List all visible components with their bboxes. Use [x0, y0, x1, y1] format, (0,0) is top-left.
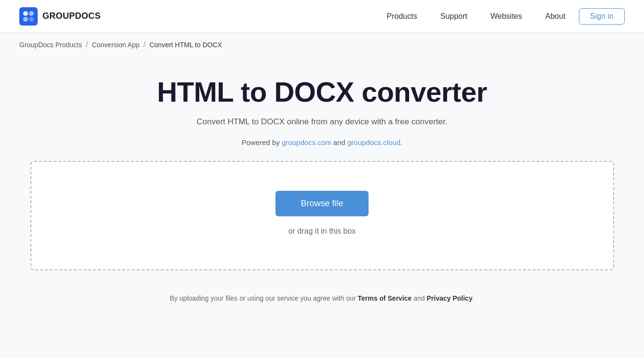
drag-text: or drag it in this box	[288, 227, 356, 236]
main-content: HTML to DOCX converter Convert HTML to D…	[0, 57, 644, 285]
breadcrumb-current: Convert HTML to DOCX	[150, 41, 222, 49]
page-title: HTML to DOCX converter	[157, 76, 487, 108]
breadcrumb: GroupDocs Products / Conversion App / Co…	[0, 33, 644, 57]
powered-by-prefix: Powered by	[242, 138, 282, 146]
footer-note: By uploading your files or using our ser…	[0, 285, 644, 317]
breadcrumb-conversion-app[interactable]: Conversion App	[92, 41, 139, 49]
logo-link[interactable]: GROUPDOCS	[19, 7, 101, 26]
groupdocs-cloud-link[interactable]: groupdocs.cloud	[347, 138, 400, 146]
sign-in-button[interactable]: Sign in	[579, 8, 625, 25]
nav-websites[interactable]: Websites	[481, 8, 532, 25]
groupdocs-com-link[interactable]: groupdocs.com	[282, 138, 331, 146]
svg-rect-0	[19, 7, 38, 26]
main-nav: Products Support Websites About Sign in	[377, 8, 625, 25]
privacy-policy-link[interactable]: Privacy Policy	[426, 294, 472, 302]
breadcrumb-home[interactable]: GroupDocs Products	[19, 41, 82, 49]
nav-products[interactable]: Products	[377, 8, 427, 25]
drop-zone[interactable]: Browse file or drag it in this box	[30, 161, 614, 270]
svg-point-3	[23, 17, 28, 22]
breadcrumb-separator-2: /	[143, 40, 145, 49]
nav-support[interactable]: Support	[431, 8, 477, 25]
powered-by-and: and	[331, 138, 347, 146]
svg-point-2	[29, 11, 34, 16]
breadcrumb-separator-1: /	[86, 40, 88, 49]
powered-by-suffix: .	[400, 138, 402, 146]
powered-by: Powered by groupdocs.com and groupdocs.c…	[242, 138, 403, 146]
header: GROUPDOCS Products Support Websites Abou…	[0, 0, 644, 33]
terms-of-service-link[interactable]: Terms of Service	[358, 294, 412, 302]
logo-text: GROUPDOCS	[42, 11, 101, 21]
nav-about[interactable]: About	[535, 8, 575, 25]
footer-note-suffix: .	[472, 294, 474, 302]
browse-file-button[interactable]: Browse file	[275, 191, 368, 216]
footer-note-and: and	[411, 294, 426, 302]
footer-note-prefix: By uploading your files or using our ser…	[170, 294, 358, 302]
svg-point-1	[23, 11, 28, 16]
page-subtitle: Convert HTML to DOCX online from any dev…	[197, 117, 448, 127]
logo-icon	[19, 7, 38, 26]
svg-point-4	[29, 17, 34, 22]
